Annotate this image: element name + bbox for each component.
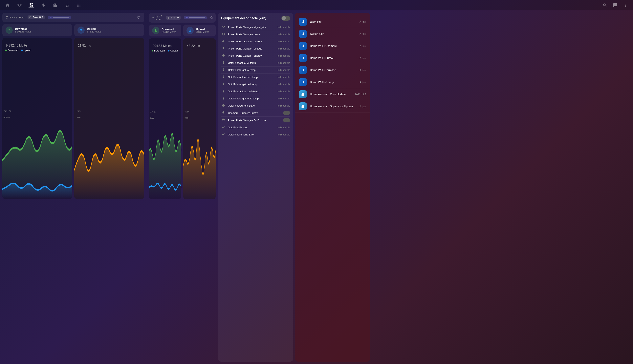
equipment-item-name: Prise - Porte Garage - voltage bbox=[228, 47, 275, 50]
chat-icon[interactable] bbox=[612, 2, 618, 8]
starlink-upload-value: 20,36 Mbit/s bbox=[196, 31, 209, 34]
thermometer-icon bbox=[221, 90, 226, 93]
equipment-item-name: OctoPrint Printing bbox=[228, 126, 275, 129]
equipment-item-status: Indisponible bbox=[277, 69, 290, 72]
list-item: OctoPrint Current State Indisponible bbox=[221, 102, 290, 109]
list-item: OctoPrint Printing Indisponible bbox=[221, 124, 290, 131]
starlink-download-value: 294,87 Mbit/s bbox=[162, 31, 176, 34]
starlink-upload-label: Upload bbox=[196, 28, 209, 31]
equipment-item-status: Indisponible bbox=[277, 40, 290, 43]
starlink-upload-icon bbox=[187, 27, 194, 34]
equipment-toggle[interactable] bbox=[281, 16, 290, 20]
update-version: À jour bbox=[359, 105, 366, 108]
list-item: Chambre - Lumière Lustre bbox=[221, 109, 290, 117]
equipment-item-name: Chambre - Lumière Lustre bbox=[228, 112, 281, 114]
search-icon[interactable] bbox=[602, 2, 608, 8]
free-network-bar: Il y a 1 heure Free SAS IP bbox=[3, 13, 144, 22]
list-item[interactable]: U Switch baie À jour bbox=[295, 28, 370, 40]
current-icon bbox=[221, 40, 226, 43]
grid-icon[interactable] bbox=[76, 2, 82, 8]
equipment-item-status: Indisponible bbox=[277, 126, 290, 129]
chambre-lustre-toggle[interactable] bbox=[283, 111, 290, 115]
starlink-download-card: Download 294,87 Mbit/s bbox=[149, 24, 181, 36]
list-item: OctoPrint actual bed temp Indisponible bbox=[221, 74, 290, 81]
thermometer-icon bbox=[221, 61, 226, 65]
starlink-refresh-button[interactable] bbox=[210, 15, 213, 20]
free-upload-value: 676,22 Mbit/s bbox=[87, 30, 101, 33]
update-name: Switch baie bbox=[310, 32, 356, 36]
dndmode-toggle[interactable] bbox=[283, 118, 290, 122]
list-item: OctoPrint target W temp Indisponible bbox=[221, 66, 290, 74]
menu-icon[interactable] bbox=[623, 2, 628, 8]
free-download-card: Download 5 992,46 Mbit/s bbox=[3, 24, 72, 36]
list-item[interactable]: Home Assistant Supervisor Update À jour bbox=[295, 100, 370, 112]
list-item: Prise - Porte Garage - DNDMode bbox=[221, 117, 290, 124]
update-version: À jour bbox=[359, 20, 366, 23]
equipment-item-name: OctoPrint actual W temp bbox=[228, 62, 275, 64]
equipment-item-name: OctoPrint Current State bbox=[228, 104, 275, 107]
list-item[interactable]: U Borne Wi-Fi Chambre À jour bbox=[295, 40, 370, 52]
house-icon[interactable] bbox=[64, 2, 70, 8]
building-icon[interactable] bbox=[52, 2, 58, 8]
starlink-provider-badge: Starlink bbox=[166, 16, 181, 20]
equipment-item-name: OctoPrint actual tool0 temp bbox=[228, 90, 275, 93]
equipment-item-name: OctoPrint Printing Error bbox=[228, 133, 275, 136]
equipment-item-status: Indisponible bbox=[277, 97, 290, 100]
list-item: OctoPrint actual W temp Indisponible bbox=[221, 60, 290, 66]
free-speed-legend: Download Upload bbox=[5, 49, 70, 52]
borne-garage-icon: U bbox=[299, 78, 307, 86]
main-content: Il y a 1 heure Free SAS IP Download bbox=[0, 10, 633, 364]
list-item[interactable]: U Borne Wi-Fi Garage À jour bbox=[295, 76, 370, 88]
list-item[interactable]: U Borne Wi-Fi Terrasse À jour bbox=[295, 64, 370, 76]
equipment-item-status: Indisponible bbox=[277, 133, 290, 136]
equipment-item-name: OctoPrint target W temp bbox=[228, 68, 275, 72]
equipment-item-name: OctoPrint target tool0 temp bbox=[228, 97, 275, 100]
list-item: Prise - Porte Garage - power Indisponibl… bbox=[221, 31, 290, 38]
equipment-item-name: Prise - Porte Garage - signal_stre... bbox=[228, 26, 275, 29]
energy-icon[interactable] bbox=[41, 2, 46, 8]
list-item: Prise - Porte Garage - signal_stre... In… bbox=[221, 24, 290, 31]
borne-terrasse-icon: U bbox=[299, 66, 307, 74]
list-item: OctoPrint actual tool0 temp Indisponible bbox=[221, 88, 290, 95]
equipment-item-status: Indisponible bbox=[277, 47, 290, 50]
equipment-item-name: Prise - Porte Garage - current bbox=[228, 40, 275, 43]
equipment-title: Equipement déconnecté (24h) bbox=[221, 16, 266, 20]
updates-panel: U UDM-Pro À jour U Switch baie À jour U … bbox=[295, 13, 370, 362]
dashboard-icon[interactable] bbox=[29, 2, 34, 8]
check-icon bbox=[221, 133, 226, 136]
starlink-latency-chart: 45,22ms 86,96 33,87 bbox=[183, 38, 216, 199]
equipment-item-status: Indisponible bbox=[277, 54, 290, 57]
free-stats-row: Download 5 992,46 Mbit/s Upload 676,22 M… bbox=[3, 24, 144, 36]
light-icon bbox=[221, 111, 226, 115]
home-icon[interactable] bbox=[5, 2, 10, 8]
printer-icon bbox=[221, 104, 226, 108]
starlink-upload-card: Upload 20,36 Mbit/s bbox=[183, 24, 216, 36]
free-refresh-button[interactable] bbox=[136, 15, 141, 20]
top-nav bbox=[0, 0, 633, 10]
equipment-item-name: Prise - Porte Garage - DNDMode bbox=[228, 119, 281, 122]
list-item[interactable]: U UDM-Pro À jour bbox=[295, 16, 370, 28]
starlink-stats-row: Download 294,87 Mbit/s Upload 20,36 Mbit… bbox=[149, 24, 216, 36]
starlink-download-label: Download bbox=[162, 28, 176, 31]
update-version: À jour bbox=[359, 32, 366, 36]
starlink-speed-value: 294,87Mbit/s bbox=[152, 41, 179, 48]
equipment-item-status: Indisponible bbox=[277, 90, 290, 93]
thermometer-icon bbox=[221, 75, 226, 79]
update-version: À jour bbox=[359, 44, 366, 48]
list-item: Prise - Porte Garage - voltage Indisponi… bbox=[221, 45, 290, 52]
wifi-icon[interactable] bbox=[17, 2, 22, 8]
list-item[interactable]: U Borne Wi-Fi Bureau À jour bbox=[295, 52, 370, 64]
update-name: Borne Wi-Fi Bureau bbox=[310, 56, 356, 60]
list-item: OctoPrint target bed temp Indisponible bbox=[221, 81, 290, 88]
check-icon bbox=[221, 126, 226, 129]
starlink-ip-badge: IP bbox=[184, 16, 207, 20]
free-download-icon bbox=[6, 26, 13, 34]
update-version: 2023.11.3 bbox=[355, 93, 366, 96]
starlink-network-bar: Il y a 1 heure Starlink IP bbox=[149, 13, 216, 22]
free-upload-card: Upload 676,22 Mbit/s bbox=[74, 24, 144, 36]
equipment-item-status: Indisponible bbox=[277, 76, 290, 78]
list-item[interactable]: Home Assistant Core Update 2023.11.3 bbox=[295, 88, 370, 100]
list-item: OctoPrint target tool0 temp Indisponible bbox=[221, 95, 290, 102]
starlink-speed-chart: 294,87Mbit/s Download Upload 339,57 9,05 bbox=[149, 38, 181, 199]
equipment-item-name: Prise - Porte Garage - power bbox=[228, 33, 275, 36]
